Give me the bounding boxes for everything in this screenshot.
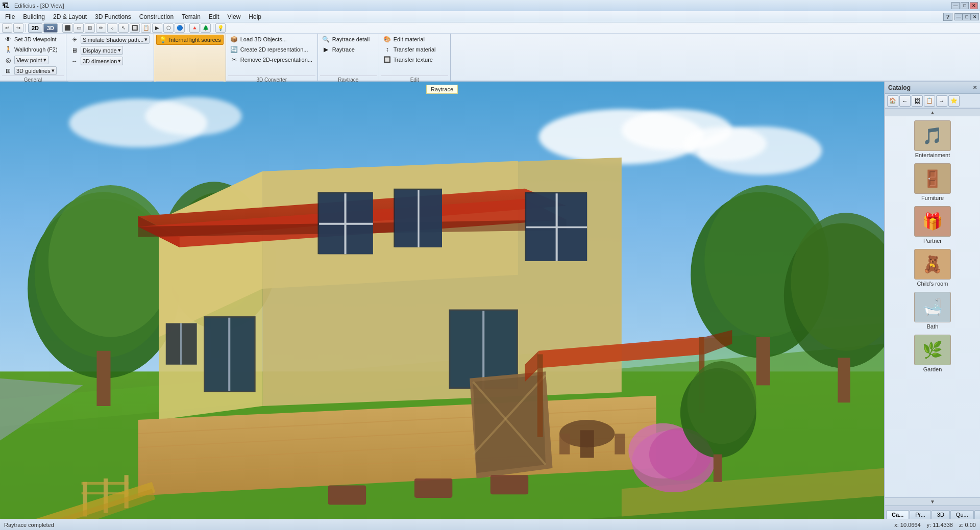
svg-point-82	[687, 361, 756, 444]
catalog-fwd-button[interactable]: →	[936, 95, 947, 107]
simulate-shadow-dropdown[interactable]: Simulate Shadow path... ▾	[81, 35, 150, 44]
raytrace-button[interactable]: ▶ Raytrace	[320, 45, 377, 54]
menu-construction[interactable]: Construction	[135, 12, 178, 21]
catalog-close-icon[interactable]: ✕	[973, 85, 977, 90]
catalog-item-partner[interactable]: 🎁 Partner	[887, 204, 978, 246]
load-3d-icon: 📦	[230, 35, 238, 43]
load-3d-objects-button[interactable]: 📦 Load 3D Objects...	[228, 35, 315, 44]
menu-view[interactable]: View	[224, 12, 245, 21]
3d-dimension-button[interactable]: ↔ 3D dimension ▾	[68, 56, 152, 66]
menu-edit[interactable]: Edit	[205, 12, 224, 21]
partner-icon: 🎁	[914, 206, 951, 237]
toolbar-main: 👁 Set 3D viewpoint 🚶 Walkthrough (F2) ◎ …	[0, 34, 980, 84]
coord-y: y: 11.4338	[927, 522, 953, 528]
create-2d-rep-button[interactable]: 🔄 Create 2D representation...	[228, 45, 315, 54]
remove-2d-rep-button[interactable]: ✂ Remove 2D-representation...	[228, 55, 315, 64]
tb-icon-14[interactable]: 💡	[215, 23, 226, 33]
toolbar-minimize[interactable]: —	[954, 13, 963, 20]
tb-icon-7[interactable]: 🔲	[130, 23, 140, 33]
catalog-back-button[interactable]: ←	[899, 95, 911, 107]
raytrace-detail-icon: 🔍	[322, 35, 330, 43]
titlebar-controls: — □ ✕	[951, 2, 978, 9]
viewpoint-dropdown[interactable]: View point ▾	[14, 56, 48, 64]
btab-properties[interactable]: Pr...	[910, 510, 931, 519]
svg-rect-14	[96, 351, 110, 406]
transfer-texture-button[interactable]: 🔲 Transfer texture	[381, 55, 448, 64]
toolbar-maximize[interactable]: □	[963, 13, 971, 20]
catalog-item-entertainment[interactable]: 🎵 Entertainment	[887, 118, 978, 160]
tb-icon-6[interactable]: ↖	[118, 23, 129, 33]
guidelines-dropdown[interactable]: 3D guidelines ▾	[14, 66, 57, 75]
view-point-button[interactable]: ◎ View point ▾	[2, 55, 64, 65]
transfer-material-button[interactable]: ↕ Transfer material	[381, 45, 448, 54]
catalog-nav-down[interactable]: ▼	[885, 497, 980, 506]
svg-rect-68	[537, 354, 543, 437]
mode-2d-button[interactable]: 2D	[28, 23, 42, 33]
undo-button[interactable]: ↩	[2, 23, 12, 33]
maximize-button[interactable]: □	[961, 2, 969, 9]
btab-pv[interactable]: PV...	[974, 510, 980, 519]
3d-guidelines-button[interactable]: ⊞ 3D guidelines ▾	[2, 66, 64, 75]
viewport[interactable]: Raytrace	[0, 82, 884, 519]
tb-icon-13[interactable]: 🌲	[201, 23, 211, 33]
raytrace-detail-button[interactable]: 🔍 Raytrace detail	[320, 35, 377, 44]
tb-icon-12[interactable]: 🔺	[189, 23, 200, 33]
remove-2d-icon: ✂	[230, 56, 238, 64]
tb-icon-3[interactable]: ⊞	[85, 23, 95, 33]
menu-2d-layout[interactable]: 2D & Layout	[49, 12, 91, 21]
sep4	[213, 24, 213, 32]
display-mode-dropdown[interactable]: Display mode ▾	[81, 46, 123, 55]
simulate-shadow-button[interactable]: ☀ Simulate Shadow path... ▾	[68, 35, 152, 44]
redo-button[interactable]: ↪	[13, 23, 23, 33]
help-icon[interactable]: ?	[943, 13, 952, 21]
walkthrough-button[interactable]: 🚶 Walkthrough (F2)	[2, 45, 64, 54]
edit-buttons: 🎨 Edit material ↕ Transfer material 🔲 Tr…	[381, 35, 448, 75]
catalog-item-bath[interactable]: 🛁 Bath	[887, 290, 978, 332]
catalog-home-button[interactable]: 🏠	[887, 95, 898, 107]
display-mode-button[interactable]: 🖥 Display mode ▾	[68, 45, 152, 55]
tb-icon-2[interactable]: ▭	[74, 23, 84, 33]
tb-icon-4[interactable]: ✏	[96, 23, 106, 33]
svg-rect-23	[838, 358, 850, 402]
svg-rect-59	[82, 482, 129, 485]
catalog-nav-up[interactable]: ▲	[885, 108, 980, 116]
svg-point-13	[48, 185, 173, 337]
svg-rect-74	[615, 434, 625, 455]
catalog-item-childs-room[interactable]: 🧸 Child's room	[887, 247, 978, 289]
create-2d-icon: 🔄	[230, 45, 238, 54]
tb-icon-11[interactable]: 🔵	[175, 23, 185, 33]
menu-file[interactable]: File	[1, 12, 19, 21]
coord-x: x: 10.0664	[894, 522, 920, 528]
svg-rect-75	[328, 486, 366, 505]
light-buttons: 💡 Internal light sources	[156, 35, 224, 81]
toolbar-spacer	[451, 34, 980, 84]
tb-icon-8[interactable]: 📋	[141, 23, 151, 33]
mode-3d-button[interactable]: 3D	[43, 23, 58, 33]
catalog-item-furniture[interactable]: 🚪 Furniture	[887, 161, 978, 203]
btab-catalog[interactable]: Ca...	[886, 510, 909, 519]
menu-terrain[interactable]: Terrain	[178, 12, 205, 21]
tb-icon-5[interactable]: ⬦	[107, 23, 117, 33]
bath-icon: 🛁	[914, 292, 951, 322]
toolbar-close[interactable]: ✕	[971, 13, 979, 20]
menu-3d-functions[interactable]: 3D Functions	[91, 12, 135, 21]
minimize-button[interactable]: —	[951, 2, 960, 9]
set-3d-viewpoint-button[interactable]: 👁 Set 3D viewpoint	[2, 35, 64, 44]
tb-icon-10[interactable]: ⬡	[163, 23, 174, 33]
general-buttons: 👁 Set 3D viewpoint 🚶 Walkthrough (F2) ◎ …	[2, 35, 64, 75]
catalog-fav-button[interactable]: ⭐	[948, 95, 960, 107]
menu-help[interactable]: Help	[244, 12, 265, 21]
toolbar-group-raytrace: 🔍 Raytrace detail ▶ Raytrace Raytrace	[318, 34, 379, 84]
catalog-img-button[interactable]: 🖼	[912, 95, 923, 107]
edit-material-button[interactable]: 🎨 Edit material	[381, 35, 448, 44]
btab-3d[interactable]: 3D	[932, 510, 950, 519]
catalog-img2-button[interactable]: 📋	[924, 95, 935, 107]
tb-icon-9[interactable]: ▶	[152, 23, 162, 33]
internal-light-sources-button[interactable]: 💡 Internal light sources	[156, 35, 224, 45]
menu-building[interactable]: Building	[19, 12, 49, 21]
3d-dim-dropdown[interactable]: 3D dimension ▾	[81, 57, 123, 65]
btab-quantities[interactable]: Qu...	[950, 510, 974, 519]
tb-icon-1[interactable]: ⬛	[62, 23, 72, 33]
catalog-item-garden[interactable]: 🌿 Garden	[887, 333, 978, 374]
close-button[interactable]: ✕	[970, 2, 978, 9]
